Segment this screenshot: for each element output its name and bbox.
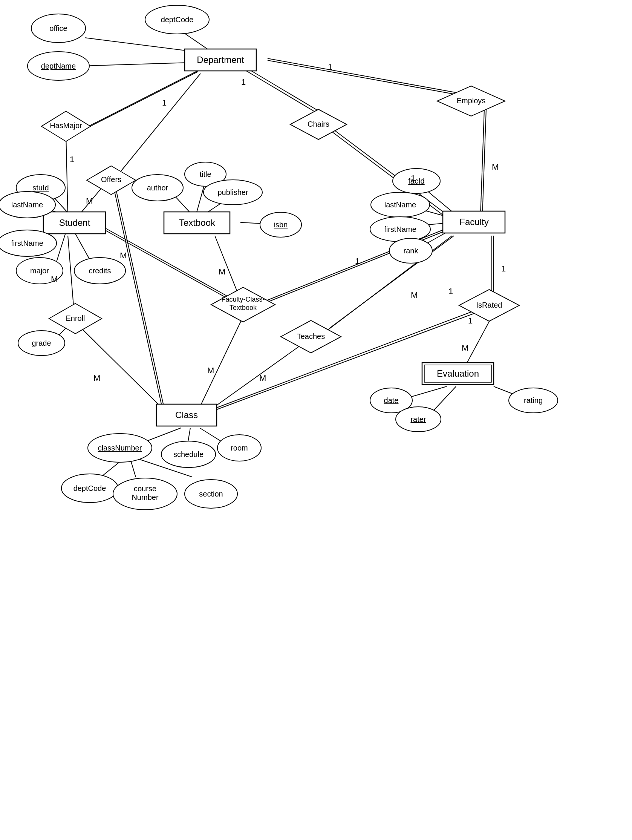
- fct-label2: Textbook: [230, 304, 257, 311]
- rating-text: rating: [524, 396, 543, 404]
- textbook-label: Textbook: [179, 218, 216, 228]
- room-text: room: [231, 444, 248, 452]
- author-text: author: [147, 184, 169, 192]
- deptname-text: deptName: [41, 62, 76, 70]
- isbn-text: isbn: [274, 221, 288, 229]
- er-diagram: HasMajor Offers Chairs Employs Faculty-C…: [0, 0, 632, 840]
- deptcode-top-text: deptCode: [161, 16, 194, 24]
- title-text: title: [199, 170, 211, 178]
- enroll-label: Enroll: [66, 314, 85, 322]
- offers-label: Offers: [101, 175, 121, 184]
- coursenumber-text2: Number: [132, 493, 158, 501]
- evaluation-label: Evaluation: [437, 368, 479, 379]
- mult-faculty-israted: 1: [501, 264, 506, 273]
- office-text: office: [49, 24, 67, 32]
- date-text: date: [384, 396, 399, 404]
- teaches-label: Teaches: [297, 332, 325, 341]
- mult-hasmajor-student: 1: [70, 155, 74, 164]
- israted-label: IsRated: [476, 301, 502, 309]
- mult-israted-class2: 1: [448, 287, 453, 296]
- classdeptcode-text: deptCode: [74, 484, 106, 493]
- mult-faculty-fct: 1: [355, 256, 359, 266]
- mult-employs-faculty: M: [492, 162, 499, 172]
- mult-fct-class: M: [207, 366, 214, 375]
- student-firstname-text: firstName: [11, 239, 43, 247]
- student-label: Student: [59, 218, 90, 228]
- mult-dept-chairs: 1: [241, 77, 246, 87]
- major-text: major: [30, 267, 49, 275]
- class-label: Class: [175, 410, 198, 420]
- mult-israted-eval: M: [462, 343, 468, 352]
- mult-student-fct: M: [120, 251, 127, 260]
- mult-chairs-faculty: 1: [411, 174, 415, 183]
- stuid-text: stuId: [32, 184, 49, 192]
- schedule-text: schedule: [173, 450, 203, 458]
- mult-teaches-class: M: [259, 373, 266, 383]
- chairs-label: Chairs: [307, 120, 329, 128]
- mult-textbook-fct: M: [219, 267, 225, 276]
- rank-text: rank: [403, 246, 419, 255]
- hasmajor-label: HasMajor: [50, 122, 82, 130]
- classnumber-text: classNumber: [98, 444, 142, 452]
- credits-text: credits: [89, 267, 111, 275]
- mult-offers-student: M: [86, 196, 93, 205]
- mult-dept-employs: 1: [328, 62, 333, 72]
- mult-dept-hasmajor: 1: [162, 98, 167, 107]
- fct-label: Faculty-Class-: [221, 295, 265, 303]
- faculty-label: Faculty: [459, 217, 489, 227]
- grade-text: grade: [32, 339, 51, 347]
- rater-text: rater: [410, 415, 426, 423]
- mult-faculty-teaches: M: [411, 290, 418, 300]
- department-label: Department: [197, 55, 244, 65]
- mult-israted-class1: 1: [468, 316, 473, 325]
- publisher-text: publisher: [217, 188, 248, 196]
- faculty-firstname-text: firstName: [384, 225, 416, 234]
- coursenumber-text1: course: [134, 485, 156, 493]
- mult-student-enroll: M: [51, 275, 58, 284]
- student-lastname-text: lastName: [11, 201, 43, 209]
- employs-label: Employs: [457, 96, 486, 105]
- mult-enroll-class: M: [93, 373, 100, 383]
- section-text: section: [199, 490, 223, 498]
- faculty-lastname-text: lastName: [385, 201, 416, 209]
